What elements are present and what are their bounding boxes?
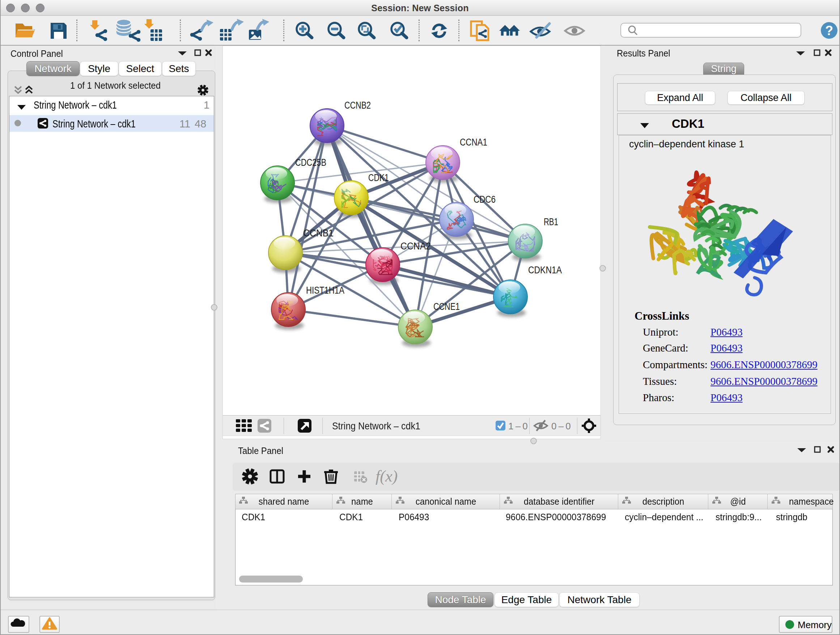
- svg-text:?: ?: [825, 23, 833, 38]
- svg-text:CDC6: CDC6: [474, 194, 496, 205]
- svg-text:CCNE1: CCNE1: [433, 301, 460, 312]
- svg-text:CDKN1A: CDKN1A: [528, 264, 562, 276]
- svg-text:CCNB1: CCNB1: [303, 228, 333, 239]
- svg-text:CCNA1: CCNA1: [460, 137, 487, 148]
- svg-text:CDK1: CDK1: [368, 172, 389, 183]
- svg-text:CDC25B: CDC25B: [295, 157, 326, 168]
- svg-text:RB1: RB1: [544, 217, 558, 227]
- svg-text:CCNB2: CCNB2: [344, 100, 371, 111]
- svg-text:CCNA2: CCNA2: [401, 241, 431, 252]
- svg-text:f(x): f(x): [376, 467, 398, 485]
- svg-text:HIST1H1A: HIST1H1A: [306, 285, 344, 296]
